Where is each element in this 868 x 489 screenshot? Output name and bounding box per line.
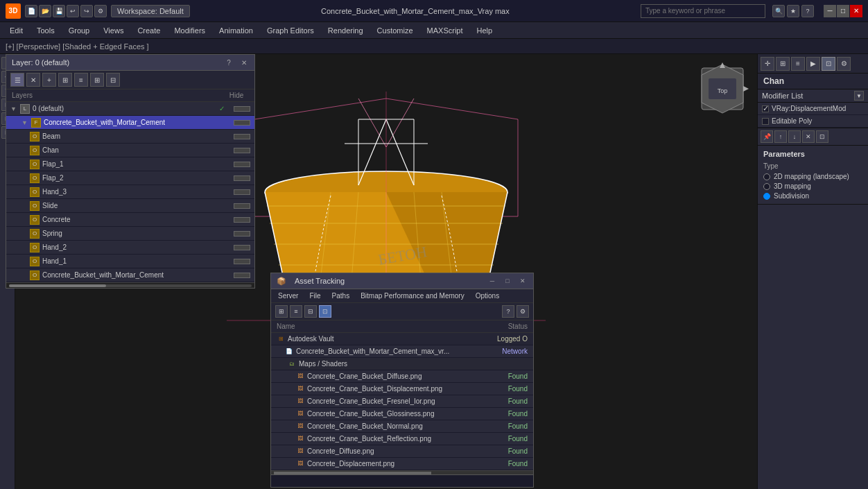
bookmark-btn[interactable]: ★ <box>787 5 799 17</box>
layer-row[interactable]: O Hand_1 <box>6 255 254 268</box>
asset-tool-table[interactable]: ⊡ <box>319 305 331 318</box>
radio-subdivision[interactable]: Subdivision <box>763 192 862 200</box>
new-btn[interactable]: 📄 <box>25 5 37 17</box>
modify-icon[interactable]: ⊞ <box>776 57 790 71</box>
layer-row[interactable]: O Beam <box>6 130 254 144</box>
asset-scrollbar-thumb[interactable] <box>274 472 431 474</box>
editable-poly-checkbox[interactable] <box>762 118 769 125</box>
window-minimize[interactable]: ─ <box>824 5 836 17</box>
modifier-list-dropdown[interactable]: ▼ <box>854 91 864 101</box>
layer-tab-btn[interactable]: ☰ <box>10 73 24 87</box>
asset-tool-settings[interactable]: ⚙ <box>517 305 529 318</box>
layer-row[interactable]: O Flap_2 <box>6 171 254 185</box>
layer-move-btn[interactable]: ⊟ <box>106 73 120 87</box>
settings-mod-btn[interactable]: ⊡ <box>816 130 828 143</box>
layer-row[interactable]: O Hand_2 <box>6 241 254 255</box>
layer-copy-btn[interactable]: ⊞ <box>90 73 104 87</box>
settings-btn[interactable]: ⚙ <box>94 5 107 17</box>
menu-rendering[interactable]: Rendering <box>321 25 370 36</box>
asset-row[interactable]: 📄 Concrete_Bucket_with_Mortar_Cement_max… <box>271 345 533 358</box>
navigation-cube[interactable]: Top <box>695 61 750 117</box>
asset-menu-file[interactable]: File <box>306 291 323 300</box>
asset-row[interactable]: 🖼 Concrete_Crane_Bucket_Fresnel_Ior.png … <box>271 395 533 408</box>
menu-tools[interactable]: Tools <box>30 25 62 36</box>
layer-merge-btn[interactable]: ⊞ <box>58 73 72 87</box>
radio-3d-dot[interactable] <box>763 183 770 190</box>
search-icon-btn[interactable]: 🔍 <box>772 5 785 17</box>
menu-edit[interactable]: Edit <box>3 25 30 36</box>
help-btn[interactable]: ? <box>801 5 814 17</box>
open-btn[interactable]: 📂 <box>39 5 51 17</box>
layer-row[interactable]: O Concrete <box>6 213 254 227</box>
pin-btn[interactable]: 📌 <box>761 130 773 143</box>
delete-mod-btn[interactable]: ✕ <box>802 130 815 143</box>
save-btn[interactable]: 💾 <box>53 5 65 17</box>
hierarchy-icon[interactable]: ≡ <box>791 57 805 71</box>
asset-menu-server[interactable]: Server <box>275 291 301 300</box>
menu-modifiers[interactable]: Modifiers <box>167 25 212 36</box>
layer-row[interactable]: ▼ F Concrete_Bucket_with_Mortar_Cement <box>6 116 254 130</box>
layer-close-btn[interactable]: ✕ <box>239 58 249 67</box>
asset-row[interactable]: 🖼 Concrete_Crane_Bucket_Reflection.png F… <box>271 433 533 445</box>
layer-check-0[interactable]: ✓ <box>217 105 227 112</box>
undo-btn[interactable]: ↩ <box>67 5 79 17</box>
move-up-btn[interactable]: ↑ <box>774 130 787 143</box>
radio-subdiv-dot[interactable] <box>763 193 770 200</box>
menu-views[interactable]: Views <box>96 25 130 36</box>
layer-row[interactable]: O Slide <box>6 199 254 213</box>
asset-menu-paths[interactable]: Paths <box>329 291 353 300</box>
workspace-selector[interactable]: Workspace: Default <box>111 5 190 17</box>
layer-add-btn[interactable]: + <box>42 73 56 87</box>
menu-graph-editors[interactable]: Graph Editors <box>260 25 321 36</box>
menu-customize[interactable]: Customize <box>370 25 420 36</box>
vray-checkbox[interactable]: ✓ <box>762 105 769 112</box>
asset-minimize-btn[interactable]: ─ <box>487 276 497 286</box>
modifier-vray[interactable]: ✓ VRay:DisplacementMod <box>758 103 868 115</box>
menu-maxscript[interactable]: MAXScript <box>420 25 470 36</box>
layer-expand-icon[interactable]: ▼ <box>10 105 17 112</box>
layer-expand-btn[interactable]: ≡ <box>74 73 88 87</box>
layer-row[interactable]: O Spring <box>6 227 254 241</box>
menu-create[interactable]: Create <box>130 25 167 36</box>
asset-row[interactable]: 🖼 Concrete_Crane_Bucket_Diffuse.png Foun… <box>271 370 533 383</box>
asset-row[interactable]: 🖼 Concrete_Displacement.png Found <box>271 458 533 470</box>
asset-tool-2[interactable]: ≡ <box>290 305 302 318</box>
asset-row[interactable]: 🖼 Concrete_Crane_Bucket_Displacement.png… <box>271 383 533 395</box>
motion-icon[interactable]: ▶ <box>806 57 820 71</box>
layer-row[interactable]: O Hand_3 <box>6 185 254 199</box>
radio-2d-dot[interactable] <box>763 173 770 180</box>
asset-tool-help[interactable]: ? <box>502 305 514 318</box>
layer-scrollbar-thumb[interactable] <box>9 284 106 287</box>
asset-tool-3[interactable]: ⊟ <box>304 305 317 318</box>
asset-menu-options[interactable]: Options <box>473 291 502 300</box>
layer-row[interactable]: O Flap_1 <box>6 157 254 171</box>
asset-close-btn[interactable]: ✕ <box>518 276 528 286</box>
asset-row[interactable]: 🖼 Concrete_Crane_Bucket_Normal.png Found <box>271 420 533 433</box>
utilities-icon[interactable]: ⚙ <box>837 57 851 71</box>
layer-delete-btn[interactable]: ✕ <box>26 73 40 87</box>
asset-row[interactable]: 🗂 Maps / Shaders <box>271 358 533 370</box>
asset-row[interactable]: ⊞ Autodesk Vault Logged O <box>271 333 533 345</box>
menu-help[interactable]: Help <box>470 25 500 36</box>
window-maximize[interactable]: □ <box>837 5 849 17</box>
menu-group[interactable]: Group <box>62 25 97 36</box>
display-icon[interactable]: ⊡ <box>822 57 835 71</box>
asset-menu-bitmap[interactable]: Bitmap Performance and Memory <box>358 291 467 300</box>
layer-row[interactable]: ▼ L 0 (default) ✓ <box>6 102 254 116</box>
layer-scrollbar[interactable] <box>6 282 254 288</box>
move-down-btn[interactable]: ↓ <box>788 130 801 143</box>
create-icon[interactable]: ✛ <box>761 57 774 71</box>
modifier-editable-poly[interactable]: Editable Poly <box>758 115 868 128</box>
search-input[interactable] <box>641 4 765 18</box>
redo-btn[interactable]: ↪ <box>80 5 93 17</box>
layer-row[interactable]: O Chan <box>6 144 254 157</box>
layer-row[interactable]: O Concrete_Bucket_with_Mortar_Cement <box>6 268 254 282</box>
menu-animation[interactable]: Animation <box>212 25 260 36</box>
asset-tool-1[interactable]: ⊞ <box>275 305 288 318</box>
layer-expand-icon[interactable]: ▼ <box>21 119 28 126</box>
asset-row[interactable]: 🖼 Concrete_Diffuse.png Found <box>271 445 533 458</box>
window-close[interactable]: ✕ <box>850 5 862 17</box>
asset-maximize-btn[interactable]: □ <box>503 276 512 286</box>
radio-3d-mapping[interactable]: 3D mapping <box>763 182 862 190</box>
asset-row[interactable]: 🖼 Concrete_Crane_Bucket_Glossiness.png F… <box>271 408 533 420</box>
